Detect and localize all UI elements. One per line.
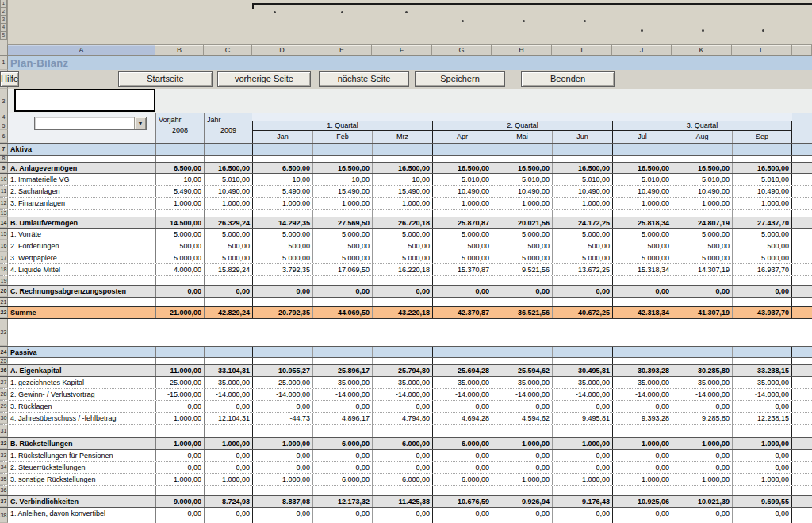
cell[interactable] [312, 210, 372, 217]
column-header-cell[interactable]: G [432, 45, 492, 56]
row-header[interactable]: 38 [0, 508, 8, 523]
cell[interactable] [312, 298, 372, 306]
cell[interactable]: 10,00 [312, 174, 372, 185]
row-label-cell[interactable]: 2. Forderungen [8, 240, 155, 252]
cell[interactable]: 5.000,00 [552, 252, 612, 263]
cell[interactable]: 0,00 [552, 450, 612, 461]
cell[interactable]: 1.000,00 [492, 474, 552, 485]
cell[interactable]: 1.000,00 [612, 474, 672, 485]
cell[interactable]: 5.000,00 [372, 252, 432, 263]
column-header-cell[interactable]: E [312, 45, 372, 56]
cell[interactable]: 5.010,00 [732, 174, 792, 185]
row-label-cell[interactable] [8, 276, 155, 285]
cell[interactable]: 0,00 [732, 286, 792, 297]
row-header[interactable]: 32 [0, 438, 8, 449]
cell[interactable] [432, 156, 492, 162]
cell[interactable]: 5.000,00 [432, 252, 492, 263]
cell[interactable]: -14.000,00 [252, 389, 312, 400]
cell[interactable] [672, 425, 732, 437]
cell[interactable]: 14.307,19 [672, 264, 732, 275]
cell[interactable] [492, 156, 552, 162]
cell[interactable]: 1.000,00 [672, 474, 732, 485]
cell[interactable]: 10.490,00 [492, 186, 552, 197]
cell[interactable] [492, 144, 552, 155]
cell[interactable]: 0,00 [252, 508, 312, 523]
cell[interactable] [155, 358, 204, 364]
cell[interactable]: 1.000,00 [204, 474, 252, 485]
cell[interactable]: 5.000,00 [312, 229, 372, 240]
month-header[interactable]: Jul [612, 131, 672, 143]
row-header[interactable]: 23 [0, 319, 8, 346]
cell[interactable]: 33.238,15 [732, 365, 792, 376]
month-header[interactable]: Aug [672, 131, 732, 143]
cell[interactable] [732, 144, 792, 155]
cell[interactable]: 1.000,00 [312, 198, 372, 209]
row-label-cell[interactable]: 3. sonstige Rückstellungen [8, 474, 155, 485]
cell[interactable]: 5.000,00 [672, 229, 732, 240]
row-label-cell[interactable] [8, 156, 155, 162]
cell[interactable]: 5.000,00 [312, 252, 372, 263]
cell[interactable]: 0,00 [155, 462, 204, 473]
row-label-cell[interactable]: B. Umlaufvermögen [8, 217, 155, 228]
cell[interactable]: 0,00 [432, 462, 492, 473]
cell[interactable]: 5.000,00 [492, 229, 552, 240]
cell[interactable] [612, 425, 672, 437]
row-header[interactable]: 6 [0, 130, 8, 143]
filter-combobox[interactable]: ▼ [34, 117, 147, 130]
cell[interactable]: 25.794,80 [372, 365, 432, 376]
cell[interactable]: 0,00 [204, 462, 252, 473]
month-header[interactable]: Mai [492, 131, 552, 143]
cell[interactable]: 27.437,70 [732, 217, 792, 228]
row-label-cell[interactable]: 3. Rücklagen [8, 401, 155, 412]
cell[interactable]: 1.000,00 [732, 474, 792, 485]
row-header[interactable]: 18 [0, 264, 8, 275]
cell[interactable] [372, 486, 432, 495]
cell[interactable]: 0,00 [372, 508, 432, 523]
cell[interactable]: 21.000,00 [155, 307, 204, 318]
cell[interactable]: 6.000,00 [312, 438, 372, 449]
cell[interactable] [372, 358, 432, 364]
cell[interactable]: 5.000,00 [492, 252, 552, 263]
column-header-cell[interactable]: H [492, 45, 552, 56]
cell[interactable] [612, 486, 672, 495]
cell[interactable]: 0,00 [252, 401, 312, 412]
cell[interactable]: 0,00 [312, 401, 372, 412]
cell[interactable]: 25.000,00 [155, 377, 204, 388]
cell[interactable] [155, 425, 204, 437]
row-label-cell[interactable]: 2. Sachanlagen [8, 186, 155, 197]
cell[interactable] [155, 210, 204, 217]
cell[interactable] [252, 347, 312, 357]
cell[interactable]: 1.000,00 [552, 198, 612, 209]
cell[interactable]: 1.000,00 [732, 198, 792, 209]
cell[interactable]: 1.000,00 [252, 198, 312, 209]
row-header[interactable]: 7 [0, 144, 8, 155]
row-label-cell[interactable]: 1. gezeichnetes Kapital [8, 377, 155, 388]
cell[interactable] [612, 358, 672, 364]
cell[interactable]: 5.010,00 [204, 174, 252, 185]
cell[interactable]: -14.000,00 [612, 389, 672, 400]
cell[interactable]: 13.672,25 [552, 264, 612, 275]
cell[interactable]: 16.500,00 [492, 163, 552, 173]
cell[interactable] [612, 276, 672, 285]
cell[interactable]: 0,00 [204, 450, 252, 461]
cell[interactable]: 15.370,87 [432, 264, 492, 275]
cell[interactable]: 1.000,00 [372, 198, 432, 209]
row-label-cell[interactable]: Passiva [8, 347, 155, 357]
cell[interactable]: -14.000,00 [372, 389, 432, 400]
month-header[interactable]: Feb [312, 131, 372, 143]
startseite-button[interactable]: Startseite [118, 71, 213, 87]
cell[interactable] [252, 156, 312, 162]
cell[interactable]: 16.937,70 [732, 264, 792, 275]
cell[interactable]: 35.000,00 [732, 377, 792, 388]
cell[interactable]: 0,00 [312, 286, 372, 297]
cell[interactable]: 35.000,00 [672, 377, 732, 388]
cell[interactable]: 1.000,00 [672, 438, 732, 449]
cell[interactable]: 0,00 [372, 450, 432, 461]
row-label-cell[interactable]: 1. Anleihen, davon konvertibel [8, 508, 155, 523]
cell[interactable] [492, 210, 552, 217]
cell[interactable] [552, 425, 612, 437]
cell[interactable]: 12.238,15 [732, 413, 792, 424]
cell[interactable]: 1.000,00 [492, 438, 552, 449]
row-header[interactable]: 21 [0, 298, 8, 306]
cell[interactable]: 1.000,00 [155, 474, 204, 485]
